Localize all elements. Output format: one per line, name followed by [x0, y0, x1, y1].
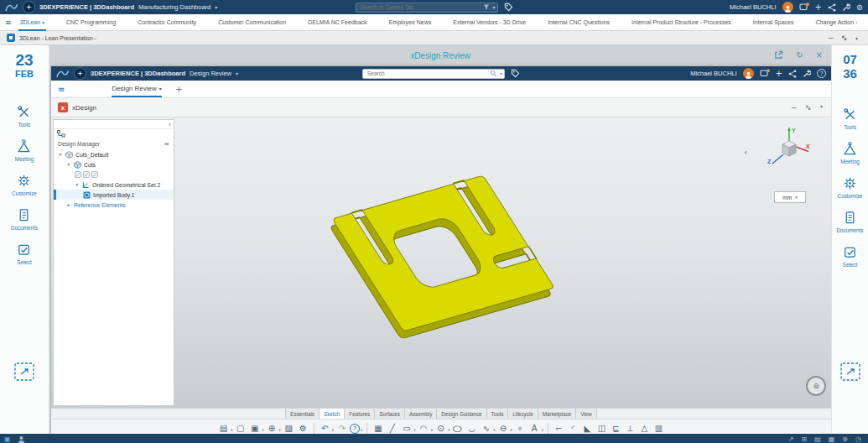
tree-node-planes[interactable]	[54, 169, 174, 180]
tab-internal-product-structure[interactable]: Internal Product Structure - Processes	[632, 14, 731, 30]
ribbon-tab-essentials[interactable]: Essentials	[285, 409, 320, 419]
tab-internal-cnc-questions[interactable]: Internal CNC Questions	[548, 14, 610, 30]
ribbon-tab-sketch[interactable]: Sketch	[320, 409, 345, 419]
sketch-grid-icon[interactable]: ▦	[372, 422, 384, 434]
footer-grid-icon[interactable]: ⊞	[801, 435, 807, 443]
review-tab-design-review[interactable]: Design Review ▾	[112, 81, 161, 97]
chamfer-icon[interactable]: ◣	[581, 422, 594, 434]
tab-3dlean[interactable]: 3DLean▾	[20, 14, 44, 31]
triangle-icon[interactable]: △	[638, 422, 651, 434]
help-icon[interactable]: ?	[350, 424, 360, 434]
tab-cnc-programming[interactable]: CNC Programming	[66, 14, 116, 30]
swym-icon[interactable]: ▣	[4, 435, 11, 443]
right-sidebar-item-documents[interactable]: Documents	[837, 210, 864, 233]
review-share-icon[interactable]	[788, 70, 797, 78]
ribbon-tab-tools[interactable]: Tools	[487, 409, 509, 419]
review-menu-icon[interactable]: ≡	[51, 85, 71, 94]
tag-icon[interactable]	[504, 3, 513, 12]
review-search-input[interactable]	[362, 69, 505, 79]
app-caret-icon[interactable]: ▾	[820, 103, 823, 112]
ribbon-tab-assembly[interactable]: Assembly	[405, 409, 437, 419]
undo-icon[interactable]: ↶	[319, 422, 331, 434]
avatar[interactable]	[782, 2, 793, 13]
tree-node-cuts-default[interactable]: ▾ Cuts_Default	[54, 149, 174, 159]
user-icon[interactable]	[18, 435, 25, 443]
compass-logo-icon[interactable]	[74, 67, 86, 80]
settings-icon[interactable]: ⚙	[297, 422, 309, 434]
tab-internal-spaces[interactable]: Internal Spaces	[753, 14, 794, 30]
right-sidebar-item-customize[interactable]: Customize	[838, 175, 863, 199]
right-sidebar-item-select[interactable]: Select	[842, 244, 858, 268]
right-sidebar-item-tools[interactable]: Tools	[842, 107, 858, 130]
settings-gear-icon[interactable]: ⚙	[856, 3, 863, 12]
tab-change-action[interactable]: Change Action›	[816, 19, 858, 26]
tab-contractor-community[interactable]: Contractor Community	[138, 14, 196, 30]
tab-delmia-nc-feedback[interactable]: DELMIA NC Feedback	[308, 14, 366, 30]
ribbon-tab-surfaces[interactable]: Surfaces	[375, 409, 405, 419]
part-icon[interactable]: ▢	[234, 422, 247, 434]
navigation-hint-icon[interactable]: ⊚	[806, 376, 826, 396]
dashboard-caret-icon[interactable]: ▾	[215, 4, 217, 10]
right-screen-share-button[interactable]	[839, 362, 861, 385]
collapse-caret-icon[interactable]: ▾	[855, 35, 858, 41]
image-icon[interactable]: ▨	[283, 422, 295, 434]
sidebar-item-select[interactable]: Select	[16, 242, 32, 265]
ribbon-tab-design-guidance[interactable]: Design Guidance	[437, 409, 486, 419]
corner-icon[interactable]: ◜	[567, 422, 580, 434]
minimize-icon[interactable]: −	[828, 34, 834, 42]
review-search-caret-icon[interactable]: ▾	[500, 70, 502, 76]
sidebar-item-customize[interactable]: Customize	[12, 173, 37, 196]
footer-layers-icon[interactable]: ▦	[829, 435, 835, 443]
screen-share-button[interactable]	[13, 362, 35, 385]
tag-icon[interactable]	[511, 69, 520, 78]
wrench-icon[interactable]	[842, 3, 850, 12]
review-notifications-icon[interactable]	[760, 69, 770, 78]
circle-icon[interactable]: ⊙	[434, 422, 447, 434]
filter-icon[interactable]	[483, 3, 490, 11]
ribbon-tab-marketplace[interactable]: Marketplace	[538, 409, 576, 419]
navigation-triad[interactable]: Y X Z	[766, 124, 813, 178]
dashboard-title[interactable]: Manufacturing Dashboard	[138, 3, 211, 11]
ribbon-tab-lifecycle[interactable]: Lifecycle	[508, 409, 538, 419]
units-dropdown[interactable]: mm ▾	[774, 191, 806, 203]
layers-icon[interactable]: ▤	[217, 422, 230, 434]
sidebar-item-tools[interactable]: Tools	[16, 104, 32, 128]
footer-clock-icon[interactable]: ◷	[855, 435, 861, 443]
conic-icon[interactable]: ◡	[465, 422, 478, 434]
share-icon[interactable]	[828, 3, 836, 12]
close-widget-icon[interactable]: ×	[816, 50, 823, 60]
tree-filter-icon[interactable]	[57, 130, 65, 138]
spline-icon[interactable]: ∿	[480, 422, 492, 434]
tree-node-imported-body[interactable]: Imported Body.1	[54, 190, 174, 200]
tree-node-ordered-geometrical-set[interactable]: ▾ Ordered Geometrical Set.2	[54, 180, 174, 190]
redo-icon[interactable]: ↷	[335, 422, 348, 434]
review-dashboard-title[interactable]: Design Review	[190, 70, 231, 77]
compass-logo-icon[interactable]	[23, 1, 35, 13]
review-avatar[interactable]	[743, 68, 754, 79]
viewcube-collapse-icon[interactable]: ‹	[744, 148, 747, 157]
slot-icon[interactable]: ⊖	[496, 422, 509, 434]
search-caret-icon[interactable]: ▾	[492, 4, 495, 10]
rectangle-icon[interactable]: ▭	[400, 422, 413, 434]
tab-customer-communication[interactable]: Customer Communication	[218, 14, 286, 30]
notifications-icon[interactable]	[799, 3, 809, 12]
review-user-name[interactable]: Michael BUCHLI	[690, 70, 736, 77]
tab-employee-news[interactable]: Employee News	[389, 14, 432, 30]
line-icon[interactable]: ╱	[386, 422, 398, 434]
tree-node-cuts[interactable]: ▾ Cuts	[54, 159, 174, 169]
review-dashboard-caret-icon[interactable]: ▾	[236, 70, 238, 76]
pattern-icon[interactable]: ▥	[652, 422, 665, 434]
expand-icon[interactable]: ↔	[839, 33, 850, 43]
app-expand-icon[interactable]: ↔	[803, 102, 813, 112]
review-help-icon[interactable]: ?	[817, 69, 826, 78]
sidebar-item-documents[interactable]: Documents	[11, 207, 38, 231]
tree-node-reference-elements[interactable]: ▸ Reference Elements	[54, 200, 174, 210]
tab-external-vendors[interactable]: External Vendors - 3D Drive	[453, 14, 526, 30]
magnifier-icon[interactable]	[490, 70, 497, 77]
trim-icon[interactable]: ⌐	[553, 422, 565, 434]
save-icon[interactable]: ▣	[248, 422, 261, 434]
ribbon-tab-features[interactable]: Features	[345, 409, 375, 419]
review-wrench-icon[interactable]	[803, 70, 811, 78]
refresh-icon[interactable]: ↻	[796, 50, 803, 60]
platform-search-input[interactable]	[356, 3, 498, 13]
